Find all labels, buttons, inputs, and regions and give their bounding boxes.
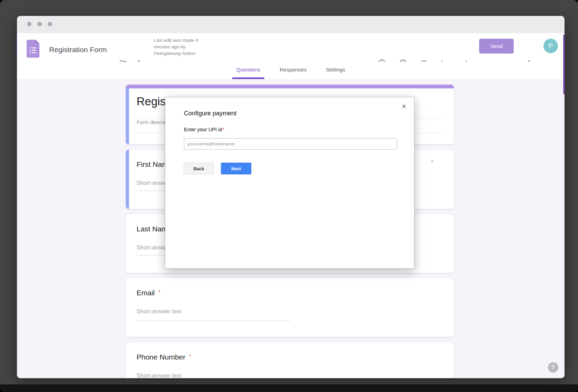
window-close-dot[interactable]	[27, 22, 31, 26]
next-button[interactable]: Next	[221, 163, 251, 174]
required-asterisk: *	[222, 127, 224, 132]
back-button[interactable]: Back	[184, 163, 214, 174]
required-asterisk: *	[189, 354, 191, 360]
tab-questions[interactable]: Questions	[234, 62, 262, 79]
close-icon[interactable]: ✕	[402, 103, 407, 110]
send-button[interactable]: Send	[479, 39, 514, 54]
last-edit-note: Last edit was made 4 minutes ago by Peer…	[154, 37, 209, 57]
tab-responses[interactable]: Responses	[278, 62, 309, 79]
short-answer-preview: Short-answer text	[137, 308, 181, 315]
question-card-email[interactable]: Email* Short-answer text	[126, 278, 454, 337]
document-title[interactable]: Registration Form	[49, 46, 107, 54]
short-answer-preview: Short-answer text	[137, 372, 181, 378]
account-avatar[interactable]: P	[543, 39, 558, 53]
browser-window: Registration Form Last edit was made 4 m…	[17, 16, 565, 378]
card-theme-topbar	[126, 85, 454, 88]
help-icon[interactable]: ?	[548, 362, 558, 373]
upi-id-label: Enter your UPI id*	[184, 127, 224, 132]
question-card-phone-number[interactable]: Phone Number* Short-answer text	[126, 342, 454, 378]
macos-titlebar	[17, 16, 565, 33]
vertical-scrollbar-thumb[interactable]	[563, 35, 565, 94]
screenshot-backdrop: Registration Form Last edit was made 4 m…	[0, 0, 578, 392]
upi-id-input[interactable]	[184, 138, 397, 150]
selected-indicator-strip	[126, 150, 129, 209]
window-zoom-dot[interactable]	[48, 22, 52, 26]
required-asterisk: *	[158, 289, 160, 295]
question-title[interactable]: Phone Number*	[137, 353, 191, 361]
question-title[interactable]: Email*	[137, 289, 160, 297]
backdrop-bottom-strip	[0, 384, 578, 392]
form-editor-tabs: Questions Responses Settings	[17, 62, 565, 79]
configure-payment-dialog: ✕ Configure payment Enter your UPI id* B…	[165, 97, 414, 269]
dialog-title: Configure payment	[184, 110, 236, 117]
window-minimize-dot[interactable]	[37, 22, 42, 26]
selected-indicator-strip	[126, 88, 129, 144]
google-forms-logo-icon[interactable]	[27, 40, 39, 59]
tab-settings[interactable]: Settings	[324, 62, 347, 79]
required-asterisk: *	[431, 160, 433, 166]
answer-dotted-underline	[137, 321, 290, 321]
